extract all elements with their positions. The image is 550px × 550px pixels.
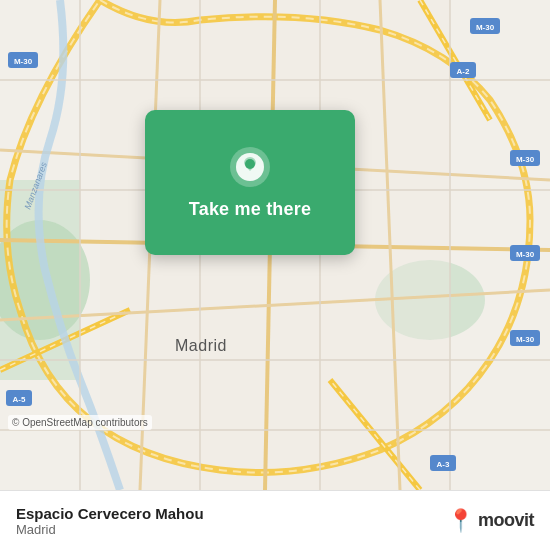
destination-card: Take me there [145,110,355,255]
location-pin-icon [228,145,272,189]
take-me-there-button[interactable]: Take me there [189,199,311,220]
location-info: Espacio Cervecero Mahou Madrid [16,505,447,537]
svg-text:M-30: M-30 [516,335,535,344]
location-name: Espacio Cervecero Mahou [16,505,447,522]
svg-text:A-5: A-5 [13,395,26,404]
svg-text:M-30: M-30 [476,23,495,32]
moovit-brand-text: moovit [478,510,534,531]
moovit-logo: 📍 moovit [447,510,534,532]
city-label: Madrid [175,337,227,355]
map-attribution: © OpenStreetMap contributors [8,415,152,430]
bottom-bar: Espacio Cervecero Mahou Madrid 📍 moovit [0,490,550,550]
svg-text:A-3: A-3 [437,460,450,469]
location-city: Madrid [16,522,447,537]
moovit-pin-icon: 📍 [447,510,474,532]
svg-text:M-30: M-30 [14,57,33,66]
svg-text:A-2: A-2 [457,67,470,76]
map-container: M-30 M-30 M-30 M-30 M-30 A-2 A-5 A-3 Man… [0,0,550,490]
svg-text:M-30: M-30 [516,155,535,164]
svg-text:M-30: M-30 [516,250,535,259]
